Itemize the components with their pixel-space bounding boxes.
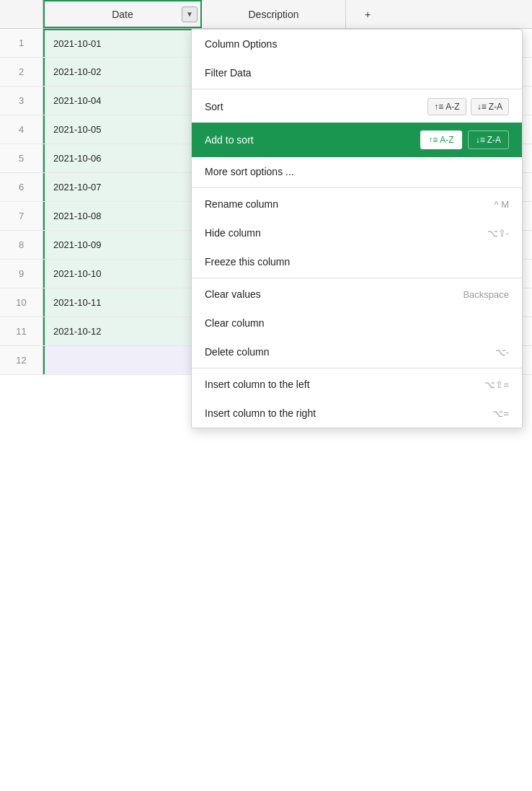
sort-buttons: ↑≡ A-Z ↓≡ Z-A — [427, 98, 509, 115]
more-sort-label: More sort options ... — [205, 166, 509, 177]
column-options-label: Column Options — [205, 38, 509, 50]
insert-left-label: Insert column to the left — [205, 379, 476, 390]
hide-column-label: Hide column — [205, 227, 479, 239]
date-cell[interactable] — [43, 346, 202, 374]
menu-item-insert-right[interactable]: Insert column to the right ⌥= — [192, 399, 522, 428]
menu-item-delete-column[interactable]: Delete column ⌥- — [192, 337, 522, 366]
menu-item-hide-column[interactable]: Hide column ⌥⇧- — [192, 218, 522, 247]
add-column-header[interactable]: + — [346, 0, 389, 28]
date-cell[interactable]: 2021-10-05 — [43, 115, 202, 143]
date-cell[interactable]: 2021-10-08 — [43, 202, 202, 230]
menu-item-clear-column[interactable]: Clear column — [192, 309, 522, 337]
row-number: 8 — [0, 231, 43, 259]
filter-data-label: Filter Data — [205, 67, 509, 79]
menu-item-freeze-column[interactable]: Freeze this column — [192, 247, 522, 276]
menu-item-more-sort[interactable]: More sort options ... — [192, 157, 522, 186]
add-to-sort-label: Add to sort — [205, 134, 420, 146]
row-number: 10 — [0, 288, 43, 317]
sort-label: Sort — [205, 101, 427, 112]
rename-column-label: Rename column — [205, 198, 485, 210]
sort-za-button[interactable]: ↓≡ Z-A — [471, 98, 509, 115]
description-column-label: Description — [248, 9, 298, 20]
row-number: 5 — [0, 144, 43, 172]
insert-right-shortcut: ⌥= — [492, 408, 509, 419]
column-context-menu: Column Options Filter Data Sort ↑≡ A-Z ↓… — [191, 29, 523, 428]
column-dropdown-button[interactable]: ▼ — [182, 6, 198, 22]
sort-az-icon: ↑≡ — [434, 102, 443, 112]
date-cell[interactable]: 2021-10-07 — [43, 173, 202, 201]
add-column-label: + — [365, 9, 371, 20]
add-sort-za-icon: ↓≡ — [476, 135, 485, 145]
row-number: 9 — [0, 260, 43, 288]
row-number: 4 — [0, 115, 43, 143]
row-number: 7 — [0, 202, 43, 230]
menu-item-insert-left[interactable]: Insert column to the left ⌥⇧= — [192, 370, 522, 399]
add-sort-za-text: Z-A — [487, 135, 501, 145]
add-sort-az-icon: ↑≡ — [428, 135, 438, 145]
description-column-header[interactable]: Description — [202, 0, 346, 28]
row-number: 11 — [0, 317, 43, 345]
clear-column-label: Clear column — [205, 317, 509, 329]
menu-item-column-options[interactable]: Column Options — [192, 30, 522, 58]
menu-item-add-to-sort[interactable]: Add to sort ↑≡ A-Z ↓≡ Z-A — [192, 123, 522, 157]
date-cell[interactable]: 2021-10-06 — [43, 144, 202, 172]
clear-values-label: Clear values — [205, 288, 454, 300]
add-sort-az-text: A-Z — [440, 135, 453, 145]
row-number: 2 — [0, 58, 43, 86]
rename-shortcut: ^ M — [494, 199, 509, 210]
menu-item-sort[interactable]: Sort ↑≡ A-Z ↓≡ Z-A — [192, 91, 522, 123]
insert-left-shortcut: ⌥⇧= — [484, 379, 509, 390]
sort-za-icon: ↓≡ — [477, 102, 487, 112]
menu-item-rename-column[interactable]: Rename column ^ M — [192, 190, 522, 218]
menu-divider-3 — [192, 278, 522, 278]
date-cell[interactable]: 2021-10-09 — [43, 231, 202, 259]
sheet-header: Date ▼ Description + — [0, 0, 532, 29]
hide-shortcut: ⌥⇧- — [487, 228, 509, 239]
date-cell[interactable]: 2021-10-01 — [43, 29, 202, 57]
menu-divider-1 — [192, 89, 522, 89]
menu-item-clear-values[interactable]: Clear values Backspace — [192, 280, 522, 309]
row-number: 3 — [0, 87, 43, 115]
row-num-header — [0, 0, 43, 28]
freeze-column-label: Freeze this column — [205, 256, 509, 268]
date-cell[interactable]: 2021-10-04 — [43, 87, 202, 115]
row-number: 12 — [0, 346, 43, 374]
add-sort-az-button[interactable]: ↑≡ A-Z — [420, 131, 461, 149]
delete-shortcut: ⌥- — [495, 347, 509, 358]
add-sort-za-button[interactable]: ↓≡ Z-A — [468, 131, 509, 149]
row-number: 1 — [0, 29, 43, 57]
date-column-header[interactable]: Date ▼ — [43, 0, 202, 28]
menu-divider-4 — [192, 368, 522, 368]
sort-az-text: A-Z — [445, 102, 459, 112]
row-number: 6 — [0, 173, 43, 201]
menu-divider-2 — [192, 187, 522, 188]
date-cell[interactable]: 2021-10-12 — [43, 317, 202, 345]
insert-right-label: Insert column to the right — [205, 407, 484, 419]
sort-az-button[interactable]: ↑≡ A-Z — [427, 98, 466, 115]
date-column-label: Date — [112, 9, 133, 20]
date-cell[interactable]: 2021-10-02 — [43, 58, 202, 86]
menu-item-filter-data[interactable]: Filter Data — [192, 58, 522, 87]
sort-za-text: Z-A — [489, 102, 502, 112]
delete-column-label: Delete column — [205, 346, 487, 358]
date-cell[interactable]: 2021-10-10 — [43, 260, 202, 288]
date-cell[interactable]: 2021-10-11 — [43, 288, 202, 317]
clear-shortcut: Backspace — [463, 289, 509, 300]
